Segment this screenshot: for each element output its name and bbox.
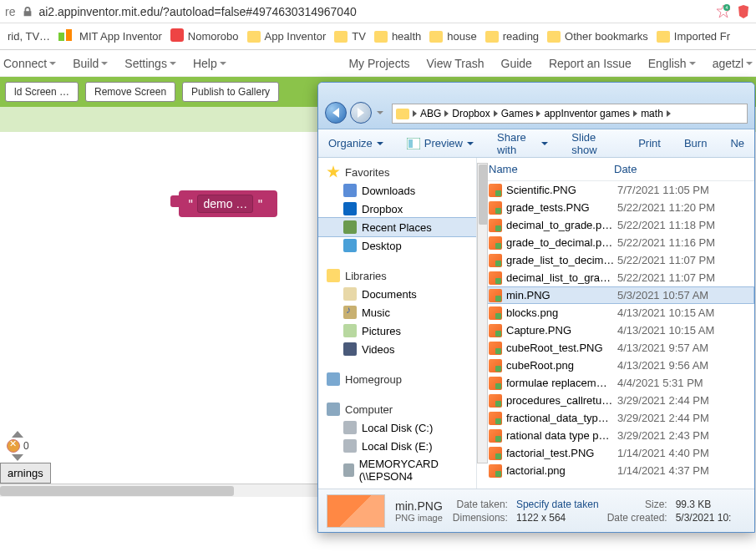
file-row[interactable]: grade_to_decimal.p…5/22/2021 11:16 PM xyxy=(480,234,754,251)
toolbar-button[interactable]: ld Screen … xyxy=(5,82,79,102)
file-row[interactable]: factorial.png1/14/2021 4:37 PM xyxy=(480,462,754,479)
file-row[interactable]: formulae replacem…4/4/2021 5:31 PM xyxy=(480,374,754,392)
nav-forward-button[interactable] xyxy=(350,102,372,124)
nav-item[interactable]: Desktop xyxy=(318,236,476,255)
bookmark-item[interactable]: MIT App Inventor xyxy=(58,29,162,43)
nav-section-homegroup[interactable]: Homegroup xyxy=(318,370,476,388)
file-row[interactable]: fractional_data_typ…3/29/2021 2:44 PM xyxy=(480,409,754,427)
scroll-thumb[interactable] xyxy=(0,486,234,496)
menu-view-trash[interactable]: View Trash xyxy=(427,57,485,70)
menu-agetzl[interactable]: agetzl xyxy=(713,57,753,70)
menu-connect[interactable]: Connect xyxy=(3,57,56,70)
nav-item[interactable]: Videos xyxy=(318,340,476,358)
bookmark-item[interactable]: Nomorobo xyxy=(170,28,239,44)
address-breadcrumb[interactable]: ABGDropboxGamesappInventor gamesmath xyxy=(392,104,748,124)
bookmark-item[interactable]: reading xyxy=(485,30,539,43)
breadcrumb-segment[interactable]: Games xyxy=(501,108,534,119)
file-row[interactable]: min.PNG5/3/2021 10:57 AM xyxy=(480,286,754,304)
chevron-right-icon[interactable] xyxy=(536,110,540,117)
menu-report-an-issue[interactable]: Report an Issue xyxy=(549,57,632,70)
preview-menu[interactable]: Preview xyxy=(407,137,474,149)
nav-section-computer[interactable]: Computer xyxy=(318,400,476,418)
file-row[interactable]: cubeRoot_test.PNG4/13/2021 9:57 AM xyxy=(480,339,754,357)
horizontal-scrollbar[interactable] xyxy=(0,484,322,497)
breadcrumb-segment[interactable]: appInventor games xyxy=(544,108,630,119)
nav-section-favorites[interactable]: Favorites xyxy=(318,163,476,181)
canvas-status: 0 xyxy=(7,431,29,461)
triangle-up-icon[interactable] xyxy=(12,431,23,438)
bookmark-item[interactable]: rid, TV… xyxy=(3,30,50,43)
nav-item[interactable]: Local Disk (C:) xyxy=(318,418,476,437)
share-menu[interactable]: Share with xyxy=(497,131,548,156)
burn-button[interactable]: Burn xyxy=(684,137,707,149)
menu-guide[interactable]: Guide xyxy=(501,57,532,70)
nav-section-libraries[interactable]: Libraries xyxy=(318,266,476,285)
bookmark-item[interactable]: Imported Fr xyxy=(657,30,730,43)
menu-settings[interactable]: Settings xyxy=(124,57,176,70)
nav-item[interactable]: Pictures xyxy=(318,322,476,340)
nav-item[interactable]: Music xyxy=(318,303,476,322)
file-row[interactable]: grade_tests.PNG5/22/2021 11:20 PM xyxy=(480,199,754,216)
nav-item[interactable]: MEMORYCARD (\\EPSON4 xyxy=(318,455,476,485)
nav-item[interactable]: Recent Places xyxy=(318,217,477,237)
file-row[interactable]: Capture.PNG4/13/2021 10:15 AM xyxy=(480,322,754,339)
bookmark-item[interactable]: health xyxy=(374,30,421,43)
block-text[interactable]: demo … xyxy=(197,195,253,213)
chevron-right-icon[interactable] xyxy=(494,110,498,117)
menu-build[interactable]: Build xyxy=(73,57,108,70)
file-row[interactable]: Scientific.PNG7/7/2021 11:05 PM xyxy=(480,181,754,199)
url-text[interactable]: ai2.appinventor.mit.edu/?autoload=false#… xyxy=(38,5,716,18)
breadcrumb-segment[interactable]: Dropbox xyxy=(452,108,490,119)
favorites-icon xyxy=(327,165,340,179)
file-row[interactable]: blocks.png4/13/2021 10:15 AM xyxy=(480,304,754,322)
pane-splitter[interactable] xyxy=(477,158,480,489)
breadcrumb-segment[interactable]: math xyxy=(641,108,663,119)
nav-item[interactable]: Documents xyxy=(318,285,476,303)
nav-item[interactable]: Local Disk (E:) xyxy=(318,437,476,455)
new-folder-button[interactable]: Ne xyxy=(730,137,744,149)
file-row[interactable]: rational data type p…3/29/2021 2:43 PM xyxy=(480,427,754,444)
menu-english[interactable]: English xyxy=(648,57,696,70)
file-name: procedures_callretu… xyxy=(506,394,617,407)
organize-menu[interactable]: Organize xyxy=(328,137,383,149)
menu-my-projects[interactable]: My Projects xyxy=(348,57,409,70)
file-row[interactable]: decimal_to_grade.p…5/22/2021 11:18 PM xyxy=(480,216,754,234)
bookmark-item[interactable]: App Inventor xyxy=(247,30,327,43)
bookmark-item[interactable]: Other bookmarks xyxy=(547,30,648,43)
menu-help[interactable]: Help xyxy=(193,57,226,70)
breadcrumb-segment[interactable]: ABG xyxy=(420,108,441,119)
print-button[interactable]: Print xyxy=(638,137,661,149)
bookmark-item[interactable]: TV xyxy=(334,30,366,43)
extension-brave-icon[interactable] xyxy=(736,4,751,19)
text-block[interactable]: " demo … " xyxy=(179,190,277,217)
column-headers[interactable]: Name Date xyxy=(480,158,754,181)
triangle-down-icon[interactable] xyxy=(12,454,23,461)
details-datetaken-value[interactable]: Specify date taken xyxy=(516,499,599,510)
details-dimensions-label: Dimensions: xyxy=(453,512,508,524)
file-row[interactable]: decimal_list_to_gra…5/22/2021 11:07 PM xyxy=(480,269,754,286)
column-date[interactable]: Date xyxy=(614,163,746,175)
slideshow-button[interactable]: Slide show xyxy=(571,131,615,156)
column-name[interactable]: Name xyxy=(489,163,606,175)
chevron-right-icon[interactable] xyxy=(444,110,449,117)
chevron-right-icon[interactable] xyxy=(633,110,637,117)
toolbar-button[interactable]: Remove Screen xyxy=(85,82,175,102)
explorer-titlebar[interactable]: ABGDropboxGamesappInventor gamesmath xyxy=(318,83,754,129)
nav-item[interactable]: Dropbox xyxy=(318,200,476,218)
nav-scroll-thumb[interactable] xyxy=(479,165,488,225)
file-date: 5/3/2021 10:57 AM xyxy=(617,289,746,301)
nav-back-button[interactable] xyxy=(325,102,347,124)
details-datetaken-label: Date taken: xyxy=(453,499,508,510)
file-row[interactable]: factorial_test.PNG1/14/2021 4:40 PM xyxy=(480,444,754,462)
file-row[interactable]: cubeRoot.png4/13/2021 9:56 AM xyxy=(480,357,754,374)
extension-badge-icon[interactable]: 4 xyxy=(716,4,731,19)
toolbar-button[interactable]: Publish to Gallery xyxy=(182,82,279,102)
bookmark-item[interactable]: house xyxy=(429,30,476,43)
nav-item[interactable]: Downloads xyxy=(318,181,476,200)
file-row[interactable]: grade_list_to_decim…5/22/2021 11:07 PM xyxy=(480,251,754,269)
nav-history-dropdown[interactable] xyxy=(375,102,385,124)
chevron-right-icon[interactable] xyxy=(667,110,671,117)
file-row[interactable]: procedures_callretu…3/29/2021 2:44 PM xyxy=(480,392,754,409)
error-indicator-icon[interactable] xyxy=(7,439,20,453)
warnings-button[interactable]: arnings xyxy=(0,463,51,484)
